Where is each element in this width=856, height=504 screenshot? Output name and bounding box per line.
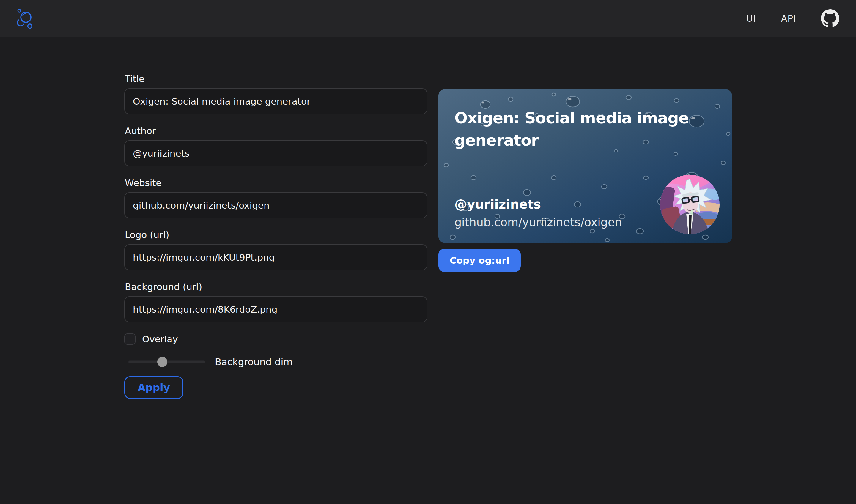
main-content: Title Author Website Logo (url) Backgrou…: [0, 37, 856, 504]
title-label: Title: [125, 73, 427, 84]
background-url-input[interactable]: [124, 296, 427, 322]
generator-form: Title Author Website Logo (url) Backgrou…: [124, 73, 427, 399]
logo-url-input[interactable]: [124, 244, 427, 270]
nav-link-ui[interactable]: UI: [746, 13, 756, 24]
nav-link-api[interactable]: API: [781, 13, 796, 24]
background-dim-slider-thumb[interactable]: [157, 357, 167, 367]
author-label: Author: [125, 125, 427, 137]
field-logo-url: Logo (url): [124, 230, 427, 270]
github-icon: [821, 9, 839, 28]
header: UI API: [0, 0, 856, 37]
app-logo[interactable]: [17, 7, 34, 30]
overlay-checkbox[interactable]: [124, 334, 136, 345]
bubbles-icon: [17, 7, 34, 30]
field-background-url: Background (url): [124, 282, 427, 322]
og-image-preview: Oxigen: Social media image generator @yu…: [439, 89, 732, 243]
background-dim-row: Background dim: [124, 357, 427, 367]
preview-title: Oxigen: Social media image generator: [454, 107, 716, 152]
apply-button[interactable]: Apply: [124, 376, 183, 399]
preview-section: Oxigen: Social media image generator @yu…: [439, 89, 732, 272]
background-dim-slider[interactable]: [128, 357, 205, 367]
author-input[interactable]: [124, 140, 427, 166]
github-link[interactable]: [821, 9, 839, 28]
field-author: Author: [124, 125, 427, 166]
logo-url-label: Logo (url): [125, 230, 427, 240]
field-website: Website: [124, 177, 427, 218]
website-input[interactable]: [124, 192, 427, 218]
overlay-row: Overlay: [124, 334, 427, 345]
avatar: [660, 175, 719, 234]
field-title: Title: [124, 73, 427, 114]
overlay-label: Overlay: [142, 334, 178, 344]
background-dim-label: Background dim: [215, 356, 292, 367]
copy-og-url-button[interactable]: Copy og:url: [439, 249, 521, 272]
header-nav: UI API: [746, 9, 839, 28]
website-label: Website: [125, 177, 427, 188]
background-url-label: Background (url): [125, 282, 427, 292]
title-input[interactable]: [124, 88, 427, 114]
avatar-image: [660, 175, 719, 234]
